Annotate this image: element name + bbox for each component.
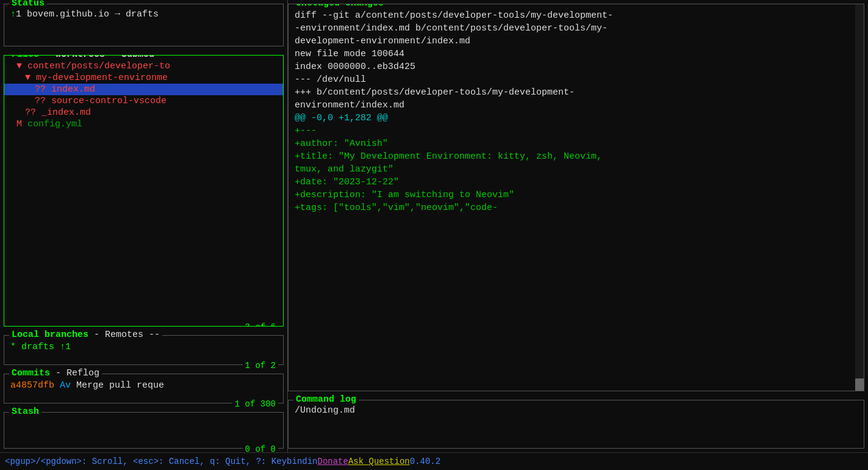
diff-line: -environment/index.md b/content/posts/de…: [295, 22, 858, 35]
scrollbar-thumb[interactable]: [855, 378, 864, 391]
stash-panel: Stash 0 of 0: [4, 412, 284, 449]
command-log-title: Command log: [293, 394, 359, 405]
scrollbar[interactable]: [855, 4, 864, 391]
status-content: ↑1 bovem.github.io → drafts: [10, 9, 277, 20]
diff-line: --- /dev/null: [295, 73, 858, 86]
commits-title: Commits - Reflog: [9, 368, 102, 378]
diff-line: tmux, and lazygit": [295, 163, 858, 176]
diff-line: +description: "I am switching to Neovim": [295, 189, 858, 201]
command-log-panel: Command log /Undoing.md: [288, 400, 864, 449]
diff-line: environment/index.md: [295, 99, 858, 112]
unstaged-title: Unstaged changes: [293, 4, 386, 9]
file-item-index-md[interactable]: ?? index.md: [4, 84, 283, 95]
ask-question-link[interactable]: Ask Question: [348, 457, 410, 466]
donate-link[interactable]: Donate: [317, 457, 348, 466]
commits-counter: 1 of 300: [232, 399, 278, 409]
diff-line: diff --git a/content/posts/developer-too…: [295, 9, 858, 22]
file-item-config[interactable]: M config.yml: [4, 118, 283, 130]
file-item-content-posts[interactable]: ▼ content/posts/developer-to: [4, 60, 283, 72]
branch-item-drafts[interactable]: * drafts ↑1: [4, 341, 283, 353]
status-panel: Status ↑1 bovem.github.io → drafts: [4, 4, 284, 46]
branches-panel: Local branches - Remotes -- 1 of 2 * dra…: [4, 335, 284, 365]
version-label: 0.40.2: [410, 457, 440, 466]
branches-counter: 1 of 2: [243, 361, 278, 371]
branches-title: Local branches - Remotes --: [9, 330, 162, 340]
diff-line: +---: [295, 125, 858, 137]
diff-line: +date: "2023-12-22": [295, 176, 858, 189]
files-panel: Files - Worktrees - Submod 3 of 6 ▼ cont…: [4, 55, 284, 327]
diff-line: development-environment/index.md: [295, 35, 858, 48]
stash-counter: 0 of 0: [243, 444, 278, 452]
commit-item[interactable]: a4857dfb Av Merge pull reque: [4, 379, 283, 392]
commits-panel: Commits - Reflog 1 of 300 a4857dfb Av Me…: [4, 374, 284, 403]
diff-line: +tags: ["tools","vim","neovim","code-: [295, 201, 858, 214]
command-log-content: /Undoing.md: [295, 405, 858, 416]
status-title: Status: [9, 0, 47, 9]
file-item-source-control[interactable]: ?? source-control-vscode: [4, 95, 283, 107]
file-item-underscore-index[interactable]: ?? _index.md: [4, 107, 283, 118]
diff-line: +++ b/content/posts/developer-tools/my-d…: [295, 86, 858, 99]
diff-line: +author: "Avnish": [295, 137, 858, 150]
diff-line: index 0000000..eb3d425: [295, 60, 858, 73]
unstaged-content: diff --git a/content/posts/developer-too…: [295, 9, 858, 380]
files-title: Files - Worktrees - Submod: [9, 55, 157, 60]
unstaged-panel: Unstaged changes diff --git a/content/po…: [288, 4, 864, 391]
diff-line: +title: "My Development Environment: kit…: [295, 150, 858, 163]
bottom-bar: <pgup>/<pgdown>: Scroll, <esc>: Cancel, …: [0, 452, 868, 470]
diff-line: new file mode 100644: [295, 48, 858, 60]
files-counter: 3 of 6: [243, 322, 278, 327]
bottom-shortcuts: <pgup>/<pgdown>: Scroll, <esc>: Cancel, …: [5, 457, 317, 466]
file-item-my-dev[interactable]: ▼ my-development-environme: [4, 72, 283, 84]
diff-line: @@ -0,0 +1,282 @@: [295, 112, 858, 125]
stash-title: Stash: [9, 407, 41, 417]
